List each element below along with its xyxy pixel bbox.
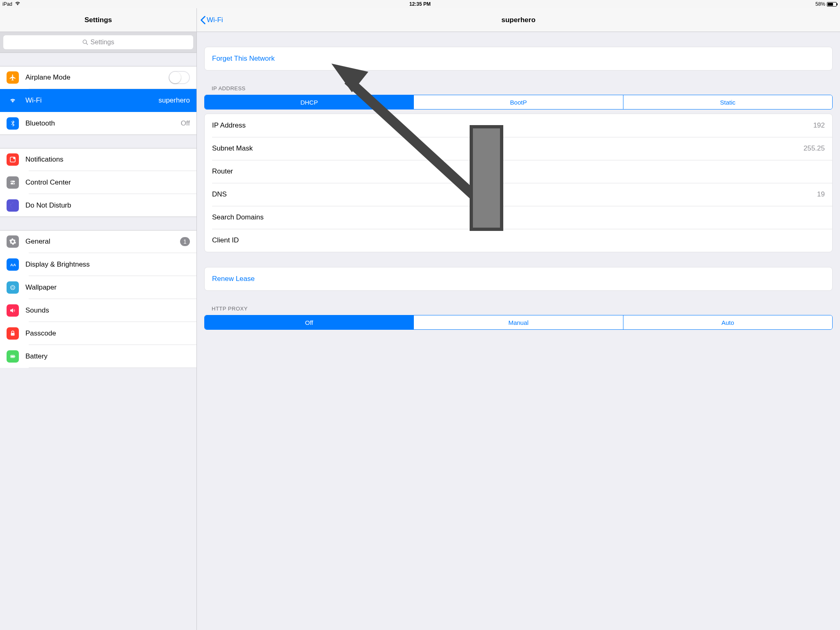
general-label: General [25,237,180,246]
bluetooth-value: Off [181,119,190,128]
notifications-label: Notifications [25,155,190,164]
svg-rect-5 [11,183,15,185]
svg-point-7 [13,183,14,184]
row-router[interactable]: Router [205,160,521,183]
dns-label: DNS [212,190,227,199]
proxy-section-header: HTTP PROXY [212,306,521,312]
svg-text:AA: AA [10,262,16,267]
general-badge: 1 [180,237,190,246]
svg-point-13 [14,289,14,290]
row-general[interactable]: General 1 [0,230,196,253]
row-search-domains[interactable]: Search Domains [205,206,521,229]
ip-section-header: IP ADDRESS [212,85,521,91]
airplane-icon [7,71,19,84]
status-time: 12:35 PM [409,1,431,7]
svg-point-14 [11,289,12,290]
moon-icon [7,199,19,212]
status-bar: iPad 12:35 PM 58% [0,0,521,8]
row-sounds[interactable]: Sounds [0,299,196,322]
control-center-label: Control Center [25,178,190,187]
row-wifi[interactable]: Wi-Fi superhero [0,89,196,112]
seg-proxy-off[interactable]: Off [205,315,413,329]
control-center-icon [7,176,19,189]
airplane-label: Airplane Mode [25,73,169,82]
wifi-value: superhero [158,96,190,105]
seg-proxy-manual[interactable]: Manual [413,315,521,329]
svg-point-0 [83,40,87,43]
bluetooth-label: Bluetooth [25,119,181,128]
renew-lease-button[interactable]: Renew Lease [205,267,521,290]
svg-point-11 [12,285,13,286]
back-label: Wi-Fi [207,16,223,24]
row-ip-address[interactable]: IP Address 192 [205,114,521,137]
search-icon [82,39,88,45]
settings-sidebar: Settings Settings Airplane Mode Wi-Fi su… [0,8,197,391]
search-input[interactable]: Settings [3,35,193,49]
wallpaper-icon [7,281,19,294]
airplane-toggle[interactable] [169,71,190,84]
svg-rect-16 [11,333,15,336]
ip-label: IP Address [212,121,246,130]
renew-card: Renew Lease [204,267,521,291]
svg-point-10 [11,286,14,288]
wifi-label: Wi-Fi [25,96,158,105]
row-client-id[interactable]: Client ID [205,229,521,252]
search-domains-label: Search Domains [212,213,264,221]
seg-bootp[interactable]: BootP [413,95,521,109]
svg-rect-18 [11,356,14,357]
gear-icon [7,235,19,248]
bluetooth-icon [7,117,19,130]
svg-point-6 [11,181,12,182]
wifi-icon [7,94,19,107]
svg-point-3 [13,157,15,159]
svg-line-1 [86,43,88,45]
row-passcode[interactable]: Passcode [0,322,196,345]
row-bluetooth[interactable]: Bluetooth Off [0,112,196,135]
search-placeholder: Settings [91,39,114,46]
seg-dhcp[interactable]: DHCP [205,95,413,109]
device-label: iPad [2,1,12,7]
sidebar-title: Settings [0,8,196,32]
notifications-icon [7,153,19,166]
detail-header: Wi-Fi superhero [197,8,521,32]
svg-rect-19 [15,356,15,357]
client-id-label: Client ID [212,236,239,244]
subnet-label: Subnet Mask [212,144,253,153]
detail-panel: Wi-Fi superhero Forget This Network IP A… [197,8,521,391]
forget-network-button[interactable]: Forget This Network [205,47,521,70]
forget-card: Forget This Network [204,47,521,71]
ip-card: IP Address 192 Subnet Mask 255.25 Router… [204,114,521,252]
wifi-status-icon [15,1,21,7]
svg-point-12 [14,287,15,288]
row-dns[interactable]: DNS 19 [205,183,521,206]
svg-point-15 [11,287,11,288]
row-dnd[interactable]: Do Not Disturb [0,194,196,217]
display-label: Display & Brightness [25,260,190,269]
router-label: Router [212,167,233,176]
row-subnet[interactable]: Subnet Mask 255.25 [205,137,521,160]
sounds-icon [7,304,19,317]
passcode-label: Passcode [25,329,190,338]
row-control-center[interactable]: Control Center [0,171,196,194]
sounds-label: Sounds [25,306,190,315]
display-icon: AA [7,258,19,271]
chevron-left-icon [200,16,206,25]
search-container: Settings [0,32,196,53]
lock-icon [7,327,19,340]
row-wallpaper[interactable]: Wallpaper [0,276,196,299]
proxy-segmented-control: Off Manual Auto [204,315,521,330]
battery-label: Battery [25,352,190,361]
ip-segmented-control: DHCP BootP Static [204,95,521,110]
back-button[interactable]: Wi-Fi [200,16,223,25]
battery-row-icon [7,350,19,363]
wallpaper-label: Wallpaper [25,283,190,292]
row-notifications[interactable]: Notifications [0,148,196,171]
row-battery[interactable]: Battery [0,345,196,368]
dnd-label: Do Not Disturb [25,201,190,210]
svg-rect-4 [11,181,15,183]
row-airplane-mode[interactable]: Airplane Mode [0,66,196,89]
row-display[interactable]: AA Display & Brightness [0,253,196,276]
detail-title: superhero [501,16,521,24]
